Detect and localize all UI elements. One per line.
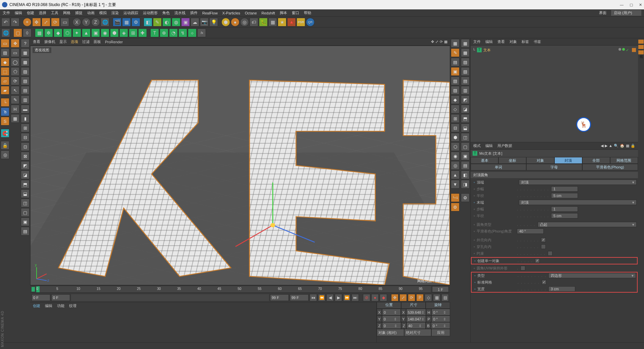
coord-mode-left[interactable]: 对象 (相对)	[377, 329, 404, 336]
object-manager-menu[interactable]: 文件编辑查看对象标签书签	[471, 38, 638, 46]
rp-8[interactable]: ◇	[451, 105, 460, 113]
mograph-1[interactable]: ▦	[35, 29, 44, 37]
step-back[interactable]: ⏪	[318, 294, 325, 301]
objmgr-menu-标签[interactable]: 标签	[522, 39, 529, 44]
vp-menu-面板[interactable]: 面板	[94, 39, 101, 44]
attr-new-icon[interactable]: ▦	[626, 144, 629, 148]
vp-menu-查看[interactable]: 查看	[33, 39, 40, 44]
phong-tag-icon[interactable]	[632, 48, 636, 52]
attr-steps2-field[interactable]: 1	[551, 206, 578, 212]
tool-extra-3[interactable]: ▦	[11, 114, 19, 123]
attr-menu-编辑[interactable]: 编辑	[485, 143, 493, 148]
menu-窗口[interactable]: 窗口	[292, 10, 299, 15]
rp2-13[interactable]: ▣	[461, 152, 470, 160]
add-deformer[interactable]: ▣	[181, 18, 190, 27]
attr-nav-back[interactable]: ◀	[601, 144, 603, 148]
mesh-16[interactable]: ⬓	[21, 189, 30, 198]
attr-constrain-check[interactable]	[548, 251, 552, 256]
mograph-12[interactable]: ✚	[138, 29, 147, 37]
attr-radius2-field[interactable]: 5 cm	[551, 213, 578, 218]
add-nurbs[interactable]: ◐	[162, 18, 171, 27]
attr-steps-field[interactable]: 1	[551, 186, 578, 192]
mesh-7[interactable]: ▬	[21, 105, 30, 113]
key-opt2[interactable]: ▤	[441, 294, 449, 301]
attr-holein-check[interactable]	[541, 244, 546, 249]
viewport-solo[interactable]: ◊	[23, 29, 32, 37]
plugin-1[interactable]: ⬢	[221, 18, 230, 27]
goto-end[interactable]: ⏭	[352, 294, 359, 301]
key-button[interactable]: ◆	[380, 294, 387, 301]
coord-mode-mid[interactable]: 绝对尺寸	[404, 329, 432, 336]
attr-tab-对象[interactable]: 对象	[526, 157, 554, 164]
rp2-7[interactable]: ◩	[461, 95, 470, 104]
rp2-2[interactable]: ▩	[461, 48, 470, 57]
attr-tab-封顶[interactable]: 封顶	[554, 157, 582, 164]
mograph-6[interactable]: ▲	[82, 29, 91, 37]
rp-11[interactable]: ⬢	[451, 133, 460, 142]
minimize-button[interactable]: —	[620, 3, 624, 7]
timeline-track[interactable]	[71, 294, 269, 301]
tool-extra-2[interactable]: H	[11, 105, 19, 113]
menu-网格[interactable]: 网格	[63, 10, 70, 15]
timeline-ruler[interactable]: 05101520253035404550556065707580859095 1…	[30, 285, 450, 293]
attr-tab-网格范围[interactable]: 网格范围	[610, 157, 638, 164]
menu-脚本[interactable]: 脚本	[280, 10, 287, 15]
rp2-4[interactable]: ▧	[461, 67, 470, 76]
mesh-5[interactable]: ▤	[21, 86, 30, 95]
attr-singleobj-check[interactable]: ✓	[535, 258, 540, 263]
range-start[interactable]: 0 F	[32, 294, 50, 301]
autokey-button[interactable]: ●	[371, 294, 379, 301]
rp-9[interactable]: ⊞	[451, 114, 460, 123]
perspective-viewport[interactable]: 透视视图	[30, 46, 450, 285]
rp-7[interactable]: ◆	[451, 95, 460, 104]
mesh-9[interactable]: ⊞	[21, 123, 30, 132]
vp-menu-显示[interactable]: 显示	[59, 39, 67, 44]
attr-phong-field[interactable]: 40 °	[517, 229, 544, 234]
attr-tab-字母[interactable]: 字母	[526, 164, 582, 170]
menu-创建[interactable]: 创建	[27, 10, 34, 15]
menu-帮助[interactable]: 帮助	[304, 10, 311, 15]
mesh-11[interactable]: ⊡	[21, 142, 30, 151]
axis-z-toggle[interactable]: Z	[91, 18, 100, 27]
rp2-6[interactable]: ▥	[461, 86, 470, 95]
move-tool[interactable]: ✥	[32, 18, 41, 27]
rp2-10[interactable]: ⬓	[461, 123, 470, 132]
attr-nav-fwd[interactable]: ▶	[605, 144, 607, 148]
mograph-11[interactable]: ⊞	[129, 29, 138, 37]
vtab-属性[interactable]: 属性	[638, 50, 644, 54]
plugin-2[interactable]: ●	[231, 18, 239, 27]
rp-10[interactable]: ⊟	[451, 123, 460, 132]
attr-search-icon[interactable]: 🔍	[614, 144, 619, 148]
vis-editor-dot[interactable]	[622, 48, 625, 51]
attr-tab-基本[interactable]: 基本	[471, 157, 498, 164]
menu-模拟[interactable]: 模拟	[99, 10, 107, 15]
timeline-start-marker[interactable]	[32, 287, 35, 292]
menu-运动图形[interactable]: 运动图形	[143, 10, 158, 15]
mograph-16[interactable]: ⟐	[188, 29, 197, 37]
attr-endcap-dropdown[interactable]: 封顶	[519, 200, 637, 205]
rp-16[interactable]: ▼	[451, 180, 460, 189]
mesh-2[interactable]: ▩	[21, 58, 30, 66]
key-param[interactable]: P	[416, 294, 424, 301]
record-button[interactable]: ⊘	[363, 294, 370, 301]
axis-x-toggle[interactable]: X	[72, 18, 81, 27]
attribute-manager-menu[interactable]: 模式编辑用户数据 ◀ ▶ ▲ 🔍 🏠 ▦ 🔒	[471, 142, 638, 150]
material-manager-tabs[interactable]: 创建编辑功能纹理	[30, 302, 376, 309]
plugin-4[interactable]: 🏷	[250, 18, 258, 27]
menu-渲染[interactable]: 渲染	[111, 10, 119, 15]
attr-width-field[interactable]: 3 cm	[548, 286, 575, 292]
vp-nav-icon[interactable]: ✥	[431, 40, 434, 44]
objmgr-menu-编辑[interactable]: 编辑	[485, 39, 493, 44]
coord-rot-Y[interactable]: 0 °⇕	[431, 315, 450, 322]
vtab-设置[interactable]: 设置	[638, 40, 644, 44]
plugin-7[interactable]: ★	[278, 18, 286, 27]
add-environment[interactable]: ☁	[191, 18, 199, 27]
mesh-20[interactable]: ▤	[21, 227, 30, 236]
coord-pos-X[interactable]: 0 cm⇕	[382, 309, 401, 315]
close-button[interactable]: ✕	[639, 3, 642, 7]
rp2-3[interactable]: ▨	[461, 58, 470, 66]
undo-button[interactable]: ↶	[1, 18, 10, 27]
mesh-8[interactable]: ▮	[21, 114, 30, 123]
mograph-15[interactable]: ↯	[178, 29, 187, 37]
attr-tab-平滑着色(Phong)[interactable]: 平滑着色(Phong)	[582, 164, 638, 170]
